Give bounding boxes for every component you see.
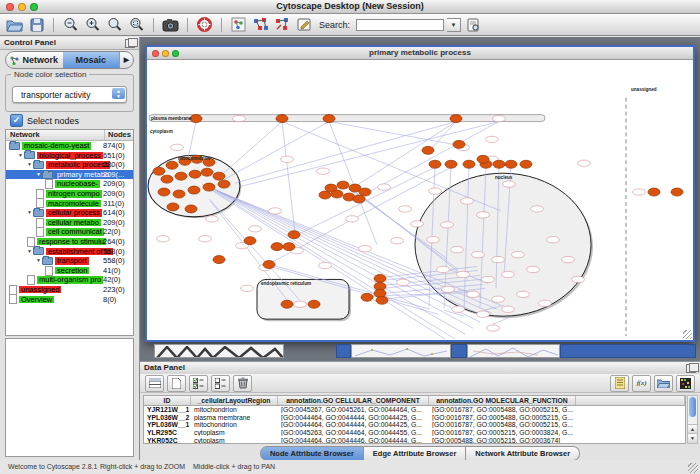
gene-node[interactable] [346, 216, 359, 222]
zoom-fit-icon[interactable] [127, 16, 146, 33]
gene-node[interactable] [171, 144, 184, 150]
vizmapper-icon[interactable] [229, 16, 248, 33]
minimized-window-edge[interactable] [336, 344, 351, 358]
minimized-window-thumbnail[interactable] [467, 344, 560, 358]
gene-node[interactable] [493, 115, 506, 121]
gene-node[interactable] [429, 188, 442, 194]
edge[interactable] [329, 122, 459, 146]
selected-gene-node[interactable] [213, 172, 225, 180]
tree-row[interactable]: Overview8(0) [6, 295, 133, 305]
selected-gene-node[interactable] [323, 115, 335, 123]
gene-node[interactable] [397, 279, 410, 285]
gene-node[interactable] [486, 136, 499, 142]
tree-row[interactable]: ▼establishment of lo558(0) [6, 247, 133, 257]
tab-network[interactable]: Network [6, 52, 63, 68]
gene-node[interactable] [492, 296, 505, 302]
table-row[interactable]: YPL036W__2plasma membrane[GO:0044464, GO… [144, 414, 685, 422]
gene-node[interactable] [572, 276, 585, 282]
tree-row[interactable]: unassigned223(0) [6, 285, 133, 295]
gene-node[interactable] [437, 266, 450, 272]
gene-node[interactable] [451, 246, 464, 252]
annotation-icon[interactable] [295, 16, 314, 33]
gene-node[interactable] [512, 251, 525, 257]
selected-gene-node[interactable] [161, 175, 173, 183]
table-row[interactable]: YLR295Ccytoplasm[GO:0045263, GO:0044464,… [144, 429, 685, 437]
gene-node[interactable] [359, 245, 372, 251]
gene-node[interactable] [233, 115, 246, 121]
create-view-icon[interactable] [251, 16, 270, 33]
column-header[interactable]: _cellularLayoutRegion [191, 396, 278, 405]
selected-gene-node[interactable] [331, 190, 343, 198]
selected-gene-node[interactable] [445, 160, 457, 168]
tree-row[interactable]: ▼biological_process651(0) [6, 151, 133, 161]
selected-gene-node[interactable] [283, 243, 295, 251]
gene-node[interactable] [517, 291, 530, 297]
disclosure-triangle-icon[interactable]: ▼ [18, 153, 23, 158]
gene-node[interactable] [578, 160, 591, 166]
selected-gene-node[interactable] [648, 188, 660, 196]
network-canvas[interactable]: plasma membranecytoplasmmitochondrionnuc… [147, 60, 693, 340]
destroy-view-icon[interactable] [273, 16, 292, 33]
tree-row[interactable]: multi-organism pro42(0) [6, 275, 133, 285]
selected-gene-node[interactable] [520, 160, 532, 168]
selected-gene-node[interactable] [361, 293, 373, 301]
selected-gene-node[interactable] [203, 183, 215, 191]
unselect-attributes-icon[interactable] [211, 375, 230, 392]
gene-node[interactable] [317, 168, 330, 174]
selected-gene-node[interactable] [271, 243, 283, 251]
select-nodes-checkbox[interactable]: ✓ [10, 114, 23, 127]
gene-node[interactable] [157, 236, 170, 242]
tree-row[interactable]: nucleobase-209(0) [6, 179, 133, 189]
gene-node[interactable] [294, 301, 307, 307]
gene-node[interactable] [378, 184, 391, 190]
search-input[interactable] [356, 19, 444, 31]
selected-gene-node[interactable] [308, 300, 320, 308]
network-canvas-svg[interactable]: plasma membranecytoplasmmitochondrionnuc… [147, 60, 693, 340]
select-attributes-icon[interactable] [189, 375, 208, 392]
tree-row[interactable]: cell communicat22(0) [6, 227, 133, 237]
help-lifering-icon[interactable] [195, 16, 214, 33]
selected-gene-node[interactable] [263, 261, 275, 269]
gene-node[interactable] [477, 212, 490, 218]
gene-node[interactable] [477, 311, 490, 317]
table-row[interactable]: YJR121W__1mitochondrion[GO:0045267, GO:0… [144, 406, 685, 414]
gene-node[interactable] [487, 325, 500, 331]
network-view-window[interactable]: primary metabolic process plasma membran… [145, 45, 695, 342]
gene-node[interactable] [472, 251, 485, 257]
selected-gene-node[interactable] [173, 190, 185, 198]
gene-node[interactable] [442, 286, 455, 292]
selected-gene-node[interactable] [493, 160, 505, 168]
gene-node[interactable] [427, 237, 440, 243]
column-header[interactable]: annotation.GO MOLECULAR_FUNCTION [429, 396, 576, 405]
notes-icon[interactable] [610, 375, 629, 392]
window-resize-grip[interactable] [683, 330, 692, 339]
tree-row[interactable]: ▼primary metabo209(... [6, 170, 133, 180]
selected-gene-node[interactable] [188, 186, 200, 194]
gene-node[interactable] [441, 222, 454, 228]
disclosure-triangle-icon[interactable]: ▼ [27, 249, 32, 254]
edge[interactable] [219, 122, 282, 178]
selected-gene-node[interactable] [288, 231, 300, 239]
scrollbar-thumb[interactable] [689, 397, 696, 417]
zoom-out-icon[interactable] [61, 16, 80, 33]
minimized-window-thumbnail[interactable] [154, 344, 284, 358]
gene-node[interactable] [391, 238, 404, 244]
selected-gene-node[interactable] [185, 205, 197, 213]
gene-node[interactable] [633, 189, 646, 195]
selected-gene-node[interactable] [505, 160, 517, 168]
node-color-dropdown[interactable]: transporter activity ▲▼ [12, 86, 127, 103]
gene-node[interactable] [467, 291, 480, 297]
save-icon[interactable] [27, 16, 46, 33]
gene-node[interactable] [527, 266, 540, 272]
gene-node[interactable] [482, 276, 495, 282]
gene-node[interactable] [539, 300, 552, 306]
tree-row[interactable]: secretion41(0) [6, 266, 133, 276]
tree-row[interactable]: ▼cellular process614(0) [6, 208, 133, 218]
open-icon[interactable] [5, 16, 24, 33]
gene-node[interactable] [503, 181, 516, 187]
gene-node[interactable] [269, 208, 282, 214]
gene-node[interactable] [502, 271, 515, 277]
float-panel-icon[interactable] [686, 364, 696, 373]
gene-node[interactable] [249, 226, 262, 232]
tab-node-attribute-browser[interactable]: Node Attribute Browser [260, 446, 364, 461]
